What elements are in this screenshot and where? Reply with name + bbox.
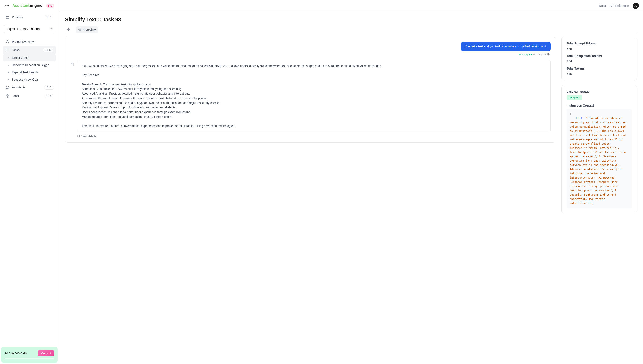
- user-message: You get a text and you task is to write …: [461, 42, 550, 51]
- metric-label: Total Tokens: [567, 67, 632, 70]
- task-generate-description[interactable]: Generate Description Suggestion...: [3, 62, 56, 69]
- metric-value: 194: [567, 59, 632, 63]
- run-status-card: Last Run Status complete Instruction Con…: [561, 85, 637, 213]
- sidebar-tools[interactable]: Tools 1 / 5: [3, 92, 56, 100]
- metric-label: Total Completion Tokens: [567, 54, 632, 58]
- sidebar-assistants[interactable]: Assistants 2 / 5: [3, 83, 56, 92]
- sidebar-item-label: Project Overview: [12, 40, 53, 43]
- sidebar-project-overview[interactable]: Project Overview: [3, 38, 56, 46]
- sidebar-item-label: Assistants: [12, 86, 42, 89]
- sidebar-tasks[interactable]: Tasks 4 / 10: [3, 46, 56, 54]
- instruction-context-code: { text: "Ekko AI is an advanced messagin…: [567, 109, 632, 208]
- count-badge: 4 / 10: [43, 48, 53, 52]
- list-icon: [6, 48, 9, 52]
- svg-point-6: [6, 50, 6, 50]
- token-metrics-card: Total Prompt Tokens 325 Total Completion…: [561, 37, 637, 80]
- metric-value: 519: [567, 72, 632, 76]
- usage-card: 90 / 10.000 Calls Contact: [1, 347, 58, 363]
- project-selector-value: reqms.ai | SaaS Platform: [6, 27, 40, 30]
- run-status-line: complete (ID 183) - 3.92s: [70, 53, 550, 56]
- main: Docs API Reference AV Simplify Text :: T…: [59, 0, 643, 364]
- chat-card: You get a text and you task is to write …: [65, 37, 556, 143]
- status-badge: complete: [567, 95, 582, 100]
- count-badge: 1 / 5: [45, 94, 53, 98]
- avatar[interactable]: AV: [633, 3, 639, 9]
- svg-line-10: [79, 137, 80, 137]
- task-suggest-goal[interactable]: Suggest a new Goal: [3, 76, 56, 83]
- task-expand-text[interactable]: Expand Text Length: [3, 69, 56, 76]
- count-badge: 1 / 3: [45, 15, 53, 19]
- eye-icon: [6, 40, 9, 44]
- count-badge: 2 / 5: [45, 85, 53, 90]
- project-selector[interactable]: reqms.ai | SaaS Platform: [4, 25, 55, 33]
- box-icon: [6, 15, 9, 19]
- topbar: Docs API Reference AV: [59, 0, 643, 12]
- tab-row: Overview: [65, 26, 637, 34]
- eye-icon: [78, 28, 82, 32]
- logo-text: AssistantEngine: [12, 4, 42, 8]
- chat-icon: [6, 86, 9, 89]
- tab-label: Overview: [83, 28, 96, 32]
- metric-value: 325: [567, 47, 632, 50]
- docs-link[interactable]: Docs: [599, 4, 606, 8]
- logo-icon: [4, 4, 10, 8]
- view-details-button[interactable]: View details: [77, 134, 550, 138]
- contact-button[interactable]: Contact: [38, 350, 54, 356]
- sidebar-projects[interactable]: Projects 1 / 3: [3, 13, 56, 22]
- task-simplify-text[interactable]: Simplify Text: [3, 54, 56, 62]
- page-title: Simplify Text :: Task 98: [65, 16, 637, 22]
- api-reference-link[interactable]: API Reference: [610, 4, 629, 8]
- back-button[interactable]: [65, 26, 72, 33]
- assistant-message: Ekko AI is an innovative messaging app t…: [77, 60, 550, 132]
- svg-point-7: [6, 51, 6, 51]
- metric-label: Total Prompt Tokens: [567, 42, 632, 45]
- svg-point-9: [78, 135, 80, 137]
- tab-overview[interactable]: Overview: [76, 26, 98, 33]
- sidebar-item-label: Tasks: [12, 48, 40, 52]
- svg-point-1: [7, 41, 8, 42]
- status-label: Last Run Status: [567, 90, 632, 93]
- logo: AssistantEngine Pro: [0, 0, 59, 11]
- sidebar-item-label: Projects: [12, 16, 42, 19]
- usage-text: 90 / 10.000 Calls: [5, 352, 27, 355]
- svg-point-0: [7, 5, 8, 5]
- svg-point-5: [6, 49, 6, 49]
- sparkle-icon: [70, 62, 74, 66]
- cube-icon: [6, 94, 9, 98]
- check-icon: [519, 53, 521, 56]
- chevron-down-icon: [49, 28, 52, 30]
- arrow-left-icon: [67, 28, 70, 32]
- pro-badge: Pro: [46, 4, 54, 8]
- search-icon: [77, 134, 80, 138]
- svg-point-8: [80, 29, 80, 30]
- context-label: Instruction Context: [567, 104, 632, 107]
- sidebar: AssistantEngine Pro Projects 1 / 3 reqms…: [0, 0, 59, 364]
- usage-bar: [5, 358, 54, 359]
- sidebar-item-label: Tools: [12, 94, 42, 98]
